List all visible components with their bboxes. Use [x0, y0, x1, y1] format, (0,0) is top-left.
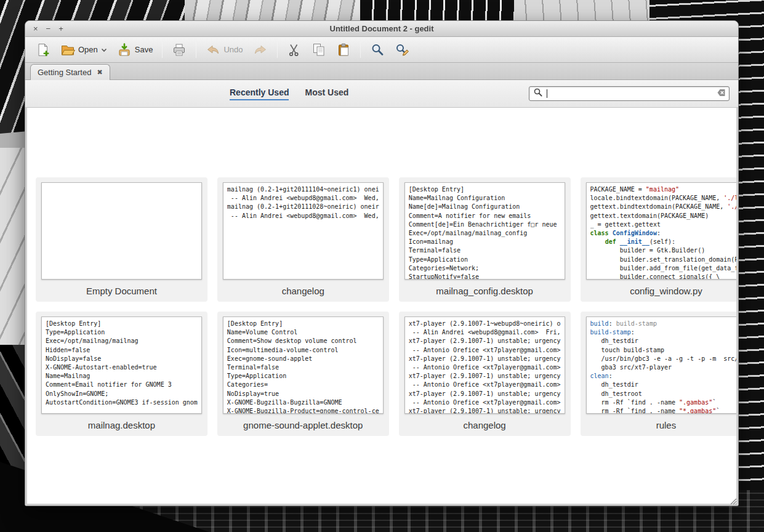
- main-toolbar: Open Save Undo: [25, 37, 738, 63]
- tab-most-used[interactable]: Most Used: [305, 87, 348, 100]
- find-replace-icon: [395, 42, 409, 57]
- file-title: mailnag_config.desktop: [404, 280, 565, 302]
- file-title: changelog: [223, 280, 384, 302]
- recent-files-grid: Empty Document mailnag (0.2-1+git2011110…: [27, 177, 736, 436]
- open-folder-icon: [60, 42, 75, 57]
- chevron-down-icon: [101, 47, 107, 52]
- file-preview: [Desktop Entry]Name=Volume ControlCommen…: [223, 316, 384, 414]
- new-document-button[interactable]: [31, 40, 55, 60]
- cut-button[interactable]: [283, 40, 306, 60]
- copy-icon: [312, 42, 326, 57]
- file-title: rules: [586, 414, 736, 436]
- card-changelog-xt7[interactable]: xt7-player (2.9.1007-1~webupd8~oneiric) …: [399, 312, 571, 436]
- cut-icon: [287, 42, 302, 57]
- titlebar[interactable]: × − + Untitled Document 2 - gedit: [25, 21, 738, 37]
- find-icon: [370, 42, 385, 57]
- toolbar-separator: [162, 42, 163, 58]
- card-config-window-py[interactable]: PACKAGE_NAME = "mailnag"locale.bindtextd…: [581, 177, 736, 302]
- redo-button[interactable]: [249, 40, 272, 60]
- card-changelog-mailnag[interactable]: mailnag (0.2-1+git20111104~oneiric1) one…: [217, 177, 389, 302]
- file-title: changelog: [404, 414, 565, 436]
- undo-button-label: Undo: [223, 45, 243, 54]
- copy-button[interactable]: [307, 40, 331, 60]
- file-preview: [Desktop Entry]Name=Mailnag Configuratio…: [404, 182, 565, 280]
- paste-icon: [336, 42, 351, 57]
- save-button[interactable]: Save: [113, 40, 158, 60]
- file-title: Empty Document: [41, 280, 202, 302]
- tab-recently-used[interactable]: Recently Used: [230, 87, 289, 100]
- undo-icon: [206, 42, 220, 57]
- card-empty-document[interactable]: Empty Document: [36, 177, 207, 302]
- file-preview: [41, 182, 202, 280]
- new-document-icon: [36, 42, 50, 57]
- view-switch: Recently Used Most Used: [230, 87, 348, 100]
- file-title: gnome-sound-applet.desktop: [223, 414, 384, 436]
- toolbar-separator: [196, 42, 196, 58]
- document-tabbar: Getting Started ✖: [25, 63, 738, 80]
- maximize-window-button[interactable]: +: [58, 25, 63, 33]
- card-mailnag-desktop[interactable]: [Desktop Entry]Type=ApplicationExec=/opt…: [36, 312, 207, 436]
- undo-button[interactable]: Undo: [201, 40, 247, 60]
- find-button[interactable]: [366, 40, 389, 60]
- tab-close-icon[interactable]: ✖: [97, 69, 102, 76]
- toolbar-separator: [277, 42, 278, 58]
- card-gnome-sound-applet-desktop[interactable]: [Desktop Entry]Name=Volume ControlCommen…: [217, 312, 389, 436]
- close-window-button[interactable]: ×: [33, 25, 38, 33]
- file-title: mailnag.desktop: [41, 414, 202, 436]
- save-icon: [117, 42, 132, 57]
- print-icon: [172, 42, 187, 57]
- gedit-window: × − + Untitled Document 2 - gedit Open S…: [25, 20, 739, 506]
- open-button[interactable]: Open: [56, 40, 111, 60]
- resize-grip[interactable]: [729, 496, 737, 504]
- search-icon: [533, 87, 543, 100]
- search-input[interactable]: [529, 86, 730, 101]
- file-preview: PACKAGE_NAME = "mailnag"locale.bindtextd…: [586, 182, 736, 280]
- card-rules[interactable]: build: build-stampbuild-stamp: dh_testdi…: [581, 312, 736, 436]
- toolbar-separator: [360, 42, 361, 58]
- file-preview: mailnag (0.2-1+git20111104~oneiric1) one…: [223, 182, 384, 280]
- content-frame: Empty Document mailnag (0.2-1+git2011110…: [25, 108, 738, 506]
- minimize-window-button[interactable]: −: [46, 25, 51, 33]
- save-button-label: Save: [135, 45, 153, 54]
- getting-started-view: Empty Document mailnag (0.2-1+git2011110…: [27, 108, 736, 504]
- tab-label: Getting Started: [38, 68, 91, 77]
- print-button[interactable]: [167, 40, 191, 60]
- file-preview: build: build-stampbuild-stamp: dh_testdi…: [586, 316, 736, 414]
- file-preview: [Desktop Entry]Type=ApplicationExec=/opt…: [41, 316, 202, 414]
- dash-header: Recently Used Most Used: [25, 80, 738, 108]
- tab-getting-started[interactable]: Getting Started ✖: [30, 64, 110, 80]
- window-controls: × − +: [33, 21, 63, 36]
- paste-button[interactable]: [332, 40, 355, 60]
- text-caret: [547, 89, 547, 98]
- window-title: Untitled Document 2 - gedit: [330, 24, 434, 33]
- file-preview: xt7-player (2.9.1007-1~webupd8~oneiric) …: [404, 316, 565, 414]
- find-replace-button[interactable]: [390, 40, 414, 60]
- card-mailnag-config-desktop[interactable]: [Desktop Entry]Name=Mailnag Configuratio…: [399, 177, 571, 302]
- clear-search-icon[interactable]: [714, 88, 725, 99]
- redo-icon: [253, 42, 268, 57]
- open-button-label: Open: [78, 45, 98, 54]
- file-title: config_window.py: [586, 280, 736, 302]
